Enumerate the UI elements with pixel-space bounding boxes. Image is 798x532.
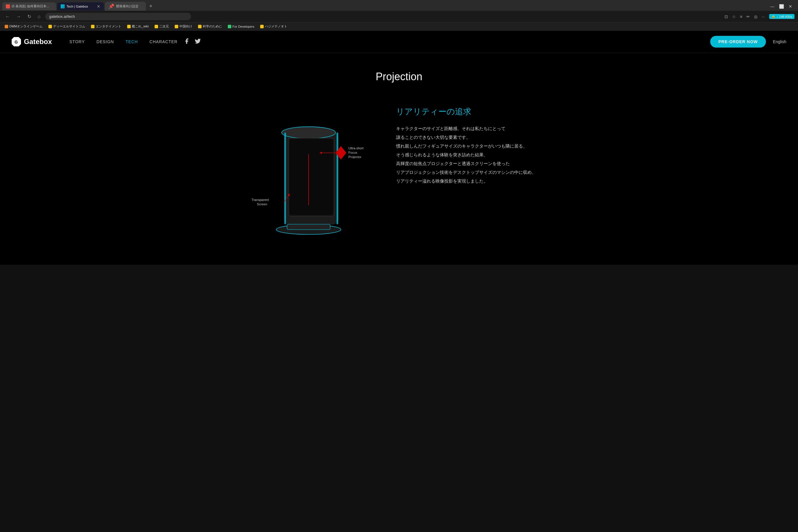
bookmark-label: ディーエルサイトコム xyxy=(53,24,85,28)
facebook-icon[interactable] xyxy=(184,38,190,46)
favorites-icon[interactable]: ☆ xyxy=(732,14,736,19)
home-button[interactable]: ⌂ xyxy=(36,13,42,20)
svg-text:Transparent: Transparent xyxy=(251,198,269,202)
close-icon[interactable]: ✕ xyxy=(788,4,792,9)
preorder-button[interactable]: PRE-ORDER NOW xyxy=(710,36,766,48)
bookmark-china[interactable]: 中国向け xyxy=(173,24,194,29)
nav-character[interactable]: CHARACTER xyxy=(150,39,178,44)
reload-button[interactable]: ↻ xyxy=(26,13,33,20)
bookmark-icon xyxy=(175,25,178,28)
bookmark-entertainment[interactable]: エンタテイメント xyxy=(89,24,123,29)
speed-value: ↓ 146 KB/s xyxy=(777,15,792,18)
language-link[interactable]: English xyxy=(773,39,786,44)
collections-icon[interactable]: ≡ xyxy=(740,14,742,19)
site-nav: G Gatebox STORY DESIGN TECH CHARACTER PR… xyxy=(0,31,798,53)
bookmark-science[interactable]: 科学のために xyxy=(196,24,224,29)
tab-other1[interactable]: (5 条消息) 如何看待日本最新... xyxy=(2,2,56,10)
svg-text:Projector: Projector xyxy=(348,155,362,159)
body-line-6: リアプロジェクション技術をデスクトップサイズのマシンの中に収め、 xyxy=(396,168,559,177)
edit-icon[interactable]: ✏ xyxy=(746,14,750,19)
svg-text:Screen: Screen xyxy=(257,203,267,206)
pinned-icon: 📌 xyxy=(109,3,114,9)
projection-text: リアリティーの追求 キャラクターのサイズと距離感、それは私たちにとって 譲ること… xyxy=(396,100,559,186)
body-line-3: 慣れ親しんだフィギュアサイズのキャラクターがいつも隣に居る、 xyxy=(396,142,559,151)
body-line-4: そう感じられるような体験を突き詰めた結果、 xyxy=(396,151,559,159)
maximize-icon[interactable]: ⬜ xyxy=(779,4,784,9)
body-line-5: 高輝度の短焦点プロジェクターと透過スクリーンを使った xyxy=(396,159,559,168)
toolbar-right: ⊡ ☆ ≡ ✏ ◎ ··· 🔒 ↓ 146 KB/s xyxy=(724,14,795,19)
website: G Gatebox STORY DESIGN TECH CHARACTER PR… xyxy=(0,31,798,265)
bookmark-icon xyxy=(5,25,8,28)
bookmark-label: 艦これ_wiki xyxy=(132,24,149,28)
svg-rect-5 xyxy=(337,133,338,224)
bookmark-hajime[interactable]: ハジメテノオト xyxy=(259,24,289,29)
logo-g-text: G xyxy=(15,40,18,44)
svg-rect-7 xyxy=(290,139,333,215)
bookmark-label: 二次元 xyxy=(159,24,169,28)
bookmarks-bar: DMMオンラインゲーム ディーエルサイトコム エンタテイメント 艦これ_wiki… xyxy=(0,22,798,31)
address-bar: ← → ↻ ⌂ ⊡ ☆ ≡ ✏ ◎ ··· 🔒 ↓ 146 KB/s xyxy=(0,11,798,22)
nav-tech[interactable]: TECH xyxy=(126,39,138,44)
device-diagram: Ultra-short Focus Projector Transparent … xyxy=(239,100,379,242)
bookmark-icon xyxy=(228,25,231,28)
section-title: Projection xyxy=(12,71,786,83)
bookmark-label: For Developers xyxy=(232,25,254,28)
bookmark-label: ハジメテノオト xyxy=(265,24,287,28)
browser-chrome: (5 条消息) 如何看待日本最新... Tech | Gatebox ✕ 📌 開… xyxy=(0,0,798,31)
wallet-icon[interactable]: ◎ xyxy=(754,14,758,19)
bookmark-icon xyxy=(91,25,95,28)
bookmark-label: 科学のために xyxy=(203,24,222,28)
bookmark-nijigen[interactable]: 二次元 xyxy=(153,24,171,29)
tab-bar: (5 条消息) 如何看待日本最新... Tech | Gatebox ✕ 📌 開… xyxy=(0,0,798,11)
device-svg: Ultra-short Focus Projector Transparent … xyxy=(239,100,379,240)
forward-button[interactable]: → xyxy=(15,13,23,20)
bookmark-wiki[interactable]: 艦これ_wiki xyxy=(126,24,150,29)
bookmark-dlsite[interactable]: ディーエルサイトコム xyxy=(47,24,87,29)
bookmark-label: 中国向け xyxy=(179,24,192,28)
address-input[interactable] xyxy=(45,13,191,20)
body-line-1: キャラクターのサイズと距離感、それは私たちにとって xyxy=(396,124,559,133)
bookmark-developers[interactable]: For Developers xyxy=(226,24,256,29)
tab-other2[interactable]: 📌 開発者向け設定 xyxy=(105,2,146,11)
svg-text:Focus: Focus xyxy=(348,151,358,154)
bookmark-label: DMMオンラインゲーム xyxy=(10,24,43,28)
back-button[interactable]: ← xyxy=(3,13,12,20)
speed-icon: 🔒 xyxy=(772,15,776,18)
site-main: Projection xyxy=(0,53,798,265)
logo-icon: G xyxy=(12,37,21,46)
projection-body: キャラクターのサイズと距離感、それは私たちにとって 譲ることのできない大切な要素… xyxy=(396,124,559,186)
bookmark-icon xyxy=(127,25,131,28)
new-tab-button[interactable]: + xyxy=(147,3,155,10)
projection-heading: リアリティーの追求 xyxy=(396,106,559,117)
svg-point-3 xyxy=(282,127,336,138)
more-icon[interactable]: ··· xyxy=(762,14,765,19)
nav-links: STORY DESIGN TECH CHARACTER xyxy=(70,39,178,44)
bookmark-icon xyxy=(260,25,264,28)
logo-link[interactable]: G Gatebox xyxy=(12,37,52,46)
svg-rect-4 xyxy=(284,133,286,224)
tab-favicon-active xyxy=(61,4,65,8)
nav-social xyxy=(184,38,201,46)
nav-story[interactable]: STORY xyxy=(70,39,85,44)
reading-mode-icon[interactable]: ⊡ xyxy=(724,14,728,19)
bookmark-icon xyxy=(49,25,52,28)
speed-badge: 🔒 ↓ 146 KB/s xyxy=(769,14,795,19)
body-line-7: リアリティー溢れる映像投影を実現しました。 xyxy=(396,177,559,186)
body-line-2: 譲ることのできない大切な要素です。 xyxy=(396,133,559,142)
minimize-icon[interactable]: — xyxy=(770,4,774,9)
svg-text:Ultra-short: Ultra-short xyxy=(348,147,364,150)
tab-label-active: Tech | Gatebox xyxy=(66,5,88,8)
bookmark-dmm[interactable]: DMMオンラインゲーム xyxy=(3,24,44,29)
tab-close-button[interactable]: ✕ xyxy=(97,4,100,9)
bookmark-icon xyxy=(155,25,158,28)
twitter-icon[interactable] xyxy=(194,38,201,46)
bookmark-label: エンタテイメント xyxy=(96,24,121,28)
tab-label-extra: 開発者向け設定 xyxy=(116,4,138,8)
tab-active[interactable]: Tech | Gatebox ✕ xyxy=(57,2,104,11)
tab-label: (5 条消息) 如何看待日本最新... xyxy=(12,4,53,8)
projection-section: Ultra-short Focus Projector Transparent … xyxy=(239,100,559,242)
logo-text: Gatebox xyxy=(24,38,52,46)
nav-design[interactable]: DESIGN xyxy=(97,39,114,44)
window-controls: — ⬜ ✕ xyxy=(767,4,796,9)
nav-right: PRE-ORDER NOW English xyxy=(710,36,786,48)
